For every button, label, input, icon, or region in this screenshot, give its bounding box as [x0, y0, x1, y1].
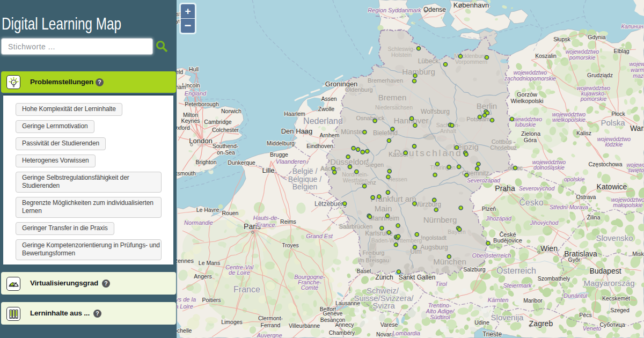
svg-text:Thüringen: Thüringen: [430, 164, 455, 171]
svg-text:Grudziądz: Grudziądz: [587, 72, 613, 78]
svg-text:Chambéry: Chambéry: [329, 329, 355, 336]
svg-text:Clermont-: Clermont-: [258, 315, 283, 321]
svg-text:a Loire: a Loire: [177, 303, 193, 310]
svg-text:Nürnberg: Nürnberg: [423, 215, 457, 224]
svg-text:Pécs: Pécs: [579, 312, 591, 318]
svg-text:Katowice: Katowice: [597, 182, 627, 191]
svg-text:de Loire: de Loire: [229, 269, 250, 276]
svg-text:Zagreb: Zagreb: [529, 319, 553, 328]
svg-text:Płock: Płock: [611, 111, 625, 117]
svg-text:wielkopolskie: wielkopolskie: [552, 116, 586, 123]
svg-text:Ingolstadt: Ingolstadt: [421, 234, 447, 241]
svg-text:Maribor: Maribor: [523, 297, 543, 304]
svg-text:Суботица: Суботица: [599, 321, 625, 328]
svg-text:Lombardia: Lombardia: [392, 330, 420, 336]
svg-text:Rouen: Rouen: [222, 210, 239, 216]
svg-text:France: France: [233, 285, 260, 294]
svg-text:Hull: Hull: [189, 66, 199, 72]
svg-text:Oxford: Oxford: [177, 124, 190, 131]
svg-text:Jihovýchod: Jihovýchod: [530, 219, 559, 226]
svg-text:łódzkie: łódzkie: [605, 141, 623, 148]
svg-text:Szeged: Szeged: [610, 307, 630, 313]
svg-text:Žilina: Žilina: [587, 214, 600, 221]
svg-text:Peterborough: Peterborough: [185, 101, 219, 107]
svg-text:Udine: Udine: [474, 319, 489, 326]
svg-text:Salzburg: Salzburg: [463, 266, 486, 273]
svg-text:Polska: Polska: [601, 118, 625, 127]
svg-text:Bremen: Bremen: [378, 93, 407, 102]
svg-text:Szombathely: Szombathely: [538, 275, 570, 282]
svg-text:Ferrand: Ferrand: [261, 322, 281, 328]
svg-text:Keynes: Keynes: [181, 117, 200, 124]
svg-text:Severovýchod: Severovýchod: [519, 185, 555, 192]
svg-text:Калинин: Калинин: [621, 23, 643, 30]
svg-text:Reims: Reims: [280, 218, 296, 225]
svg-text:Troyes: Troyes: [282, 242, 299, 248]
svg-text:Sankt Gallen: Sankt Gallen: [399, 274, 436, 281]
svg-text:Auvergne: Auvergne: [256, 332, 282, 338]
svg-text:Kärnten: Kärnten: [488, 297, 509, 303]
svg-text:Siegen: Siegen: [365, 161, 384, 168]
svg-text:Novara: Novara: [376, 331, 394, 337]
svg-text:Veneto: Veneto: [583, 325, 601, 332]
svg-text:Budapest: Budapest: [589, 267, 621, 275]
svg-text:Svizra: Svizra: [372, 301, 395, 310]
svg-text:Genève: Genève: [323, 310, 343, 317]
svg-text:Nederland: Nederland: [303, 116, 343, 126]
svg-text:Slovenija: Slovenija: [491, 313, 524, 322]
svg-text:Zielona: Zielona: [521, 130, 541, 137]
svg-text:België /: België /: [292, 167, 318, 175]
svg-text:Plzeň: Plzeň: [482, 205, 496, 212]
svg-text:Tirol: Tirol: [435, 281, 447, 287]
svg-text:Österreich: Österreich: [496, 266, 536, 275]
svg-text:Normandie: Normandie: [184, 219, 213, 226]
svg-text:Dunántúl: Dunántúl: [564, 292, 588, 299]
svg-text:Rochelle: Rochelle: [177, 327, 192, 334]
svg-text:Misko: Misko: [632, 251, 644, 257]
svg-text:Le Havre: Le Havre: [196, 207, 219, 213]
svg-text:Gorzów: Gorzów: [517, 91, 537, 98]
svg-text:Berlin: Berlin: [477, 101, 497, 111]
svg-text:Střední Morava: Střední Morava: [550, 204, 588, 210]
svg-text:England: England: [185, 90, 207, 97]
svg-text:Góra: Góra: [524, 137, 537, 143]
svg-text:Besançon: Besançon: [320, 317, 346, 323]
svg-text:Villeurbanne: Villeurbanne: [289, 322, 320, 329]
svg-text:święto: święto: [628, 167, 644, 173]
svg-text:Odense: Odense: [423, 6, 446, 13]
svg-text:Assen: Assen: [321, 95, 336, 102]
svg-text:Haarlem: Haarlem: [284, 111, 305, 117]
svg-text:Wielkopolski: Wielkopolski: [510, 98, 543, 104]
svg-text:pomorskie: pomorskie: [569, 54, 596, 61]
svg-text:Chośebuz: Chośebuz: [490, 144, 517, 151]
svg-text:Main: Main: [375, 204, 392, 213]
svg-text:Südtirol: Südtirol: [430, 314, 450, 320]
svg-text:Brighton: Brighton: [195, 159, 216, 165]
svg-text:on-Sea: on-Sea: [217, 149, 235, 156]
svg-text:Bremerhaven: Bremerhaven: [368, 77, 403, 84]
svg-text:Norwich: Norwich: [221, 108, 241, 114]
svg-text:Wars: Wars: [630, 124, 644, 133]
svg-text:Győr: Győr: [568, 256, 581, 263]
svg-text:pomorskie: pomorskie: [580, 95, 607, 102]
svg-text:im Breisgau: im Breisgau: [358, 257, 389, 263]
svg-text:Anhalt: Anhalt: [440, 128, 456, 134]
svg-text:Limoges: Limoges: [221, 319, 243, 325]
svg-text:Hamburg: Hamburg: [402, 67, 435, 76]
svg-text:Westfalen: Westfalen: [343, 177, 368, 183]
svg-text:Slovensko: Slovensko: [596, 233, 633, 243]
svg-text:Aachen: Aachen: [320, 165, 340, 172]
svg-text:Le Mans: Le Mans: [199, 260, 220, 266]
svg-text:Kalisz: Kalisz: [576, 130, 591, 136]
svg-text:Portsmouth: Portsmouth: [177, 170, 196, 177]
svg-text:Basel: Basel: [357, 268, 371, 274]
svg-text:Magyarország: Magyarország: [583, 278, 634, 288]
svg-text:Angers: Angers: [194, 273, 211, 280]
svg-text:Augsburg: Augsburg: [420, 244, 448, 251]
svg-text:Ostrava: Ostrava: [576, 194, 596, 200]
svg-text:Zwolle: Zwolle: [318, 106, 335, 112]
svg-text:dolnośląskie: dolnośląskie: [533, 164, 565, 171]
svg-text:Hauts-de-: Hauts-de-: [253, 215, 280, 221]
svg-text:Wien: Wien: [540, 244, 558, 253]
svg-text:Vorpommern: Vorpommern: [455, 58, 487, 65]
